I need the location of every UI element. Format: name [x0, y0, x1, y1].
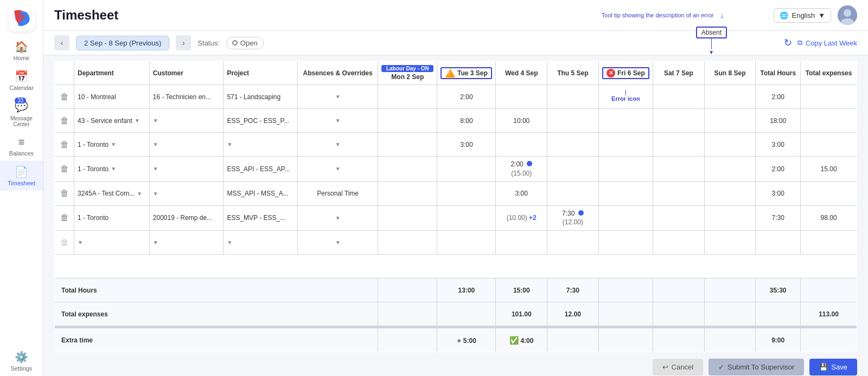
sat-cell[interactable]	[653, 205, 705, 231]
sat-cell[interactable]	[653, 133, 705, 157]
balances-icon: ≡	[18, 136, 25, 148]
sat-cell[interactable]	[653, 157, 705, 182]
mon-cell[interactable]	[378, 157, 437, 182]
thu-cell[interactable]: 7:30 (12.00)	[547, 205, 599, 231]
tue-cell[interactable]	[437, 181, 496, 205]
delete-cell: 🗑	[55, 85, 74, 109]
thu-cell[interactable]	[547, 181, 599, 205]
mon-cell[interactable]	[378, 181, 437, 205]
blue-dot-icon	[527, 161, 532, 166]
thu-cell[interactable]	[547, 157, 599, 182]
mon-cell[interactable]	[378, 205, 437, 231]
customer-dropdown[interactable]: ▼	[153, 118, 220, 124]
delete-button[interactable]: 🗑	[60, 213, 69, 223]
extra-time-row: Extra time ● 5:00 ✅ 4:00	[55, 328, 857, 352]
delete-button[interactable]: 🗑	[60, 116, 69, 126]
tue-cell[interactable]: 2:00	[437, 85, 496, 109]
customer-dropdown[interactable]: ▼	[153, 239, 220, 245]
prev-week-button[interactable]: ‹	[54, 35, 69, 50]
fri-cell[interactable]	[598, 205, 653, 231]
customer-dropdown[interactable]: ▼	[153, 191, 220, 197]
absences-dropdown[interactable]: ▼	[301, 118, 374, 124]
copy-last-week-button[interactable]: ⧉ Copy Last Week	[797, 38, 857, 47]
tue-cell[interactable]: 3:00	[437, 133, 496, 157]
wed-cell[interactable]: (10.00) +2	[496, 205, 547, 231]
save-button[interactable]: 💾 Save	[809, 359, 857, 375]
dept-dropdown[interactable]: 1 - Toronto ▼	[78, 141, 146, 148]
sidebar-item-home[interactable]: 🏠 Home	[0, 36, 43, 66]
sun-cell[interactable]	[704, 157, 756, 182]
tue-cell[interactable]: 8:00	[437, 109, 496, 133]
delete-cell: 🗑	[55, 133, 74, 157]
wed-cell[interactable]: 2:00 (15.00)	[496, 157, 547, 182]
mon-cell[interactable]	[378, 85, 437, 109]
project-dropdown[interactable]: ▼	[227, 239, 294, 245]
sidebar-item-label: Message Center	[2, 115, 41, 127]
delete-button[interactable]: 🗑	[60, 92, 69, 102]
customer-cell: 200019 - Remp de...	[149, 205, 224, 231]
fri-cell[interactable]	[598, 133, 653, 157]
sun-cell[interactable]	[704, 133, 756, 157]
date-range-button[interactable]: 2 Sep - 8 Sep (Previous)	[76, 36, 169, 50]
dept-dropdown[interactable]: 43 - Service enfant ▼	[78, 117, 146, 125]
cancel-button[interactable]: ↩ Cancel	[653, 359, 703, 375]
total-wed: 15:00	[496, 278, 547, 302]
sat-cell[interactable]	[653, 181, 705, 205]
absent-arrow-head: ▼	[709, 49, 714, 55]
sidebar-item-settings[interactable]: ⚙️ Settings	[0, 346, 43, 376]
wed-cell[interactable]: 10:00	[496, 109, 547, 133]
blue-dot-icon	[578, 210, 584, 216]
user-avatar[interactable]	[838, 5, 857, 25]
refresh-button[interactable]: ↻	[784, 37, 792, 49]
table-row: 🗑 1 - Toronto ▼ ▼ ESS_API - ESS_AP... ▼	[55, 157, 857, 182]
mon-cell[interactable]	[378, 109, 437, 133]
customer-dropdown[interactable]: ▼	[153, 166, 220, 172]
delete-button[interactable]: 🗑	[60, 164, 69, 174]
delete-button[interactable]: 🗑	[60, 140, 69, 150]
next-week-button[interactable]: ›	[176, 35, 191, 50]
project-dropdown[interactable]: ▼	[227, 141, 294, 147]
wed-cell[interactable]	[496, 85, 547, 109]
total-hours-label: Total Hours	[55, 278, 378, 302]
mon-cell[interactable]	[378, 133, 437, 157]
wed-cell[interactable]	[496, 133, 547, 157]
submit-button[interactable]: ✓ Submit To Supervisor	[709, 359, 804, 375]
thu-cell[interactable]	[547, 85, 599, 109]
sat-cell[interactable]	[653, 109, 705, 133]
absences-dropdown[interactable]: ▼	[301, 94, 374, 100]
tue-cell[interactable]	[437, 205, 496, 231]
sidebar-item-timesheet[interactable]: 📄 Timesheet	[0, 161, 43, 191]
table-wrapper: Department Customer Project Absences & O…	[54, 61, 857, 352]
wed-cell[interactable]: 3:00	[496, 181, 547, 205]
dept-cell: 43 - Service enfant ▼	[74, 109, 150, 133]
project-cell: MSS_API - MSS_A...	[224, 181, 298, 205]
tooltip-annotation-text: Tool tip showing the description of an e…	[602, 12, 714, 18]
absences-dropdown[interactable]: ▼	[301, 215, 374, 221]
language-selector[interactable]: 🌐 English ▼	[774, 8, 831, 23]
dept-dropdown[interactable]: ▼	[78, 239, 146, 245]
sun-cell[interactable]	[704, 109, 756, 133]
thu-cell[interactable]	[547, 109, 599, 133]
delete-button[interactable]: 🗑	[60, 189, 69, 198]
sidebar-item-balances[interactable]: ≡ Balances	[0, 132, 43, 161]
customer-dropdown[interactable]: ▼	[153, 141, 220, 147]
fri-cell[interactable]	[598, 181, 653, 205]
tue-cell[interactable]	[437, 157, 496, 182]
th-thu: Thu 5 Sep	[547, 61, 599, 85]
delete-button[interactable]: 🗑	[60, 238, 69, 248]
sun-cell[interactable]	[704, 181, 756, 205]
dept-dropdown[interactable]: 3245A - Test Com... ▼	[78, 190, 146, 197]
sidebar-item-calendar[interactable]: 📅 Calendar	[0, 66, 43, 95]
fri-cell[interactable]	[598, 109, 653, 133]
sat-cell[interactable]	[653, 85, 705, 109]
absences-dropdown[interactable]: ▼	[301, 166, 374, 172]
dept-dropdown[interactable]: 1 - Toronto ▼	[78, 165, 146, 173]
sidebar-item-messages[interactable]: 💬 33 Message Center	[0, 95, 43, 132]
absences-dropdown[interactable]: ▼	[301, 239, 374, 245]
sun-cell[interactable]	[704, 85, 756, 109]
sun-cell[interactable]	[704, 205, 756, 231]
fri-cell[interactable]	[598, 157, 653, 182]
absences-cell: ▼	[298, 205, 378, 231]
thu-cell[interactable]	[547, 133, 599, 157]
absences-dropdown[interactable]: ▼	[301, 141, 374, 147]
